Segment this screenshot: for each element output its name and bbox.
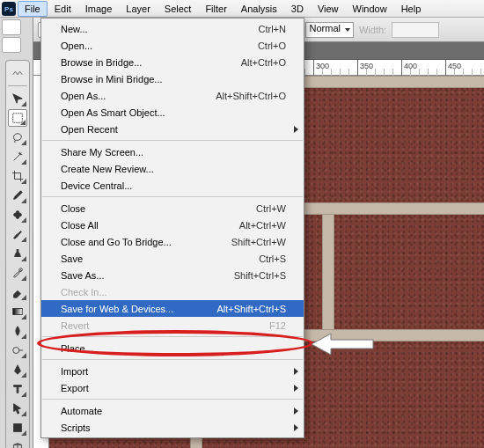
file-menu-item-close-and-go-to-bridge[interactable]: Close and Go To Bridge...Shift+Ctrl+W [41,233,304,250]
wand-tool[interactable] [8,148,27,165]
menu-item-label: Browse in Mini Bridge... [61,74,163,84]
app-icon: Ps [2,2,16,16]
menu-item-label: Save As... [61,270,105,281]
menu-item-label: Scripts [61,422,91,433]
menu-item-label: Device Central... [61,180,132,191]
svg-point-6 [13,348,19,354]
menu-3d[interactable]: 3D [284,1,311,17]
menu-item-shortcut: Ctrl+W [256,203,286,214]
menu-item-label: Close All [61,220,99,231]
menu-item-shortcut: F12 [269,320,286,331]
width-input [392,22,439,38]
menu-image[interactable]: Image [78,1,120,17]
menu-item-label: Save for Web & Devices... [61,304,173,314]
eraser-tool[interactable] [8,283,27,301]
menu-item-label: Save [61,253,83,264]
file-menu-item-close-all[interactable]: Close AllAlt+Ctrl+W [41,217,304,233]
menu-window[interactable]: Window [346,1,394,17]
menu-bar: Ps FileEditImageLayerSelectFilterAnalysi… [0,0,484,18]
menu-item-label: Export [61,383,89,393]
menu-separator [42,359,303,360]
file-menu-item-new[interactable]: New...Ctrl+N [41,20,304,37]
gradient-tool[interactable] [8,303,27,320]
menu-help[interactable]: Help [394,1,429,17]
menu-item-label: Browse in Bridge... [61,57,142,68]
menu-filter[interactable]: Filter [198,1,233,17]
marquee-tool[interactable] [8,109,27,127]
menu-item-label: Open... [61,40,92,51]
menu-item-label: Import [61,366,88,377]
menu-item-shortcut: Alt+Ctrl+O [241,57,286,68]
file-menu-item-create-new-review[interactable]: Create New Review... [41,160,304,177]
file-menu-item-save[interactable]: SaveCtrl+S [41,250,304,267]
menu-item-shortcut: Ctrl+N [259,24,286,34]
file-menu-item-open-as-smart-object[interactable]: Open As Smart Object... [41,104,304,121]
history-brush-tool[interactable] [8,264,27,282]
file-menu-item-revert: RevertF12 [41,317,304,334]
menu-view[interactable]: View [311,1,346,17]
menu-analysis[interactable]: Analysis [234,1,284,17]
tool-strip [5,60,30,448]
file-menu-item-save-for-web-devices[interactable]: Save for Web & Devices...Alt+Shift+Ctrl+… [41,300,304,317]
menu-item-label: Check In... [61,287,107,297]
dodge-tool[interactable] [8,342,27,359]
pen-tool[interactable] [8,361,27,378]
style-select-value: Normal [310,23,341,33]
3d-tool[interactable] [8,438,27,448]
menu-item-label: Open Recent [61,124,118,135]
file-menu-item-open-as[interactable]: Open As...Alt+Shift+Ctrl+O [41,87,304,104]
width-label: Width: [359,25,386,35]
file-menu-item-share-my-screen[interactable]: Share My Screen... [41,143,304,160]
menu-edit[interactable]: Edit [48,1,78,17]
toolstrip-collapse-icon[interactable] [8,64,27,82]
blur-tool[interactable] [8,322,27,340]
annotation-arrow [308,331,378,357]
menu-item-label: Automate [61,406,102,416]
menu-layer[interactable]: Layer [119,1,158,17]
mini-button-2[interactable] [2,37,21,53]
menu-item-label: Share My Screen... [61,147,143,158]
clone-stamp-tool[interactable] [8,245,27,262]
menu-item-shortcut: Alt+Shift+Ctrl+S [216,304,286,314]
svg-rect-2 [16,211,19,219]
menu-item-label: Close [61,203,85,214]
eyedropper-tool[interactable] [8,187,27,204]
file-menu-item-save-as[interactable]: Save As...Shift+Ctrl+S [41,267,304,283]
file-menu-item-place[interactable]: Place... [41,340,304,356]
healing-brush-tool[interactable] [8,206,27,224]
svg-marker-8 [312,334,373,355]
file-menu-item-automate[interactable]: Automate [41,402,304,419]
file-menu-item-open-recent[interactable]: Open Recent [41,121,304,137]
crop-tool[interactable] [8,167,27,185]
left-mini-buttons [0,18,33,60]
menu-item-label: Create New Review... [61,164,154,174]
type-tool[interactable] [8,380,27,398]
menu-file[interactable]: File [18,1,48,17]
menu-item-label: New... [61,24,88,34]
menu-item-shortcut: Shift+Ctrl+W [231,237,286,247]
file-menu-item-scripts[interactable]: Scripts [41,419,304,436]
lasso-tool[interactable] [8,129,27,146]
menu-item-shortcut: Alt+Shift+Ctrl+O [216,91,286,101]
mini-button-1[interactable] [2,19,21,35]
file-menu-item-browse-in-bridge[interactable]: Browse in Bridge...Alt+Ctrl+O [41,54,304,70]
file-menu-dropdown: New...Ctrl+NOpen...Ctrl+OBrowse in Bridg… [40,18,304,438]
file-menu-item-browse-in-mini-bridge[interactable]: Browse in Mini Bridge... [41,70,304,87]
menu-item-shortcut: Shift+Ctrl+S [234,270,286,281]
brush-tool[interactable] [8,225,27,243]
menu-separator [42,140,303,141]
shape-tool[interactable] [8,419,27,437]
menu-item-label: Open As Smart Object... [61,107,165,118]
menu-select[interactable]: Select [158,1,199,17]
file-menu-item-device-central[interactable]: Device Central... [41,177,304,194]
move-tool[interactable] [8,90,27,107]
menu-item-shortcut: Alt+Ctrl+W [239,220,286,231]
menu-item-label: Open As... [61,91,106,101]
path-selection-tool[interactable] [8,400,27,417]
file-menu-item-import[interactable]: Import [41,363,304,379]
file-menu-item-open[interactable]: Open...Ctrl+O [41,37,304,54]
menu-item-label: Close and Go To Bridge... [61,237,172,247]
file-menu-item-close[interactable]: CloseCtrl+W [41,200,304,217]
file-menu-item-export[interactable]: Export [41,379,304,396]
style-select[interactable]: Normal [305,22,354,38]
